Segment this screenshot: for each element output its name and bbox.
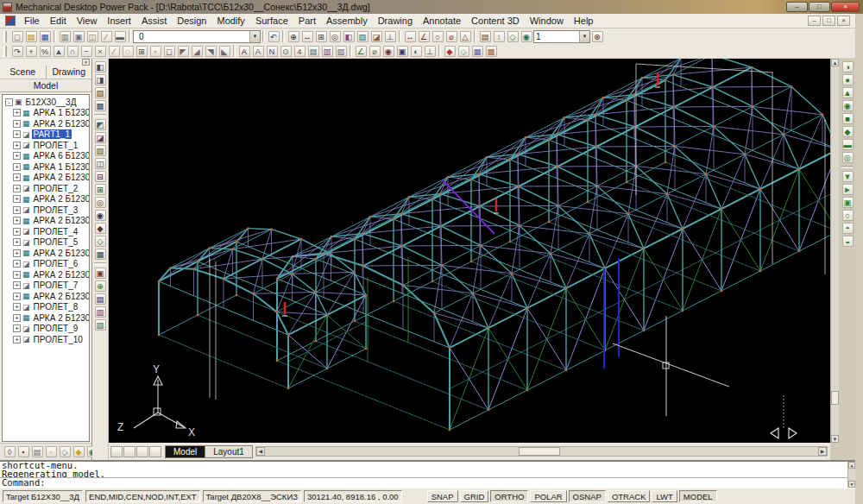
scrollbar-thumb[interactable] — [831, 391, 839, 405]
tree-expand-toggle[interactable]: + — [13, 130, 21, 138]
chevron-down-icon[interactable]: ▼ — [579, 31, 589, 42]
statistics-icon[interactable]: ◒ — [841, 235, 854, 248]
horizontal-scrollbar[interactable]: ◀ ▶ — [255, 446, 828, 457]
array-icon[interactable]: ⊞ — [135, 45, 148, 58]
stretch-icon[interactable]: ▫ — [148, 45, 162, 58]
status-toggle[interactable]: GRID — [460, 490, 489, 502]
tab-last-button[interactable] — [149, 446, 161, 457]
render-region-icon[interactable]: ● — [841, 73, 854, 86]
menu-item[interactable]: Modify — [211, 15, 249, 27]
layer-combo[interactable]: 0 ▼ — [133, 30, 261, 43]
scale-icon[interactable]: % — [38, 45, 52, 58]
power-recall-icon[interactable]: ⊗ — [590, 30, 604, 43]
tree-expand-toggle[interactable]: + — [13, 314, 21, 322]
options-icon[interactable]: ◇ — [58, 445, 72, 458]
dim-power-icon[interactable]: ∠ — [417, 30, 431, 43]
vertical-scrollbar[interactable]: ▲ ▼ — [830, 59, 839, 443]
extrude-icon[interactable]: ⊞ — [93, 183, 107, 196]
tree-item[interactable]: + ▦ АРКА 2 Б1230_1 — [3, 118, 89, 129]
tree-item[interactable]: + ◪ ПРОЛЕТ_4 — [3, 226, 89, 237]
flat-shade-icon[interactable]: ▬ — [841, 138, 854, 151]
browser-tab[interactable]: Drawing — [47, 66, 92, 79]
gouraud-shade-icon[interactable]: ◆ — [841, 125, 854, 138]
tab-prev-button[interactable] — [123, 446, 135, 457]
menu-item[interactable]: Content 3D — [466, 15, 525, 27]
sheet-icon[interactable]: ▤ — [306, 45, 320, 58]
pattern-icon[interactable]: ▦ — [93, 248, 107, 261]
menu-item[interactable]: Assembly — [321, 15, 373, 27]
extend-icon[interactable]: × — [93, 45, 107, 58]
save-icon[interactable]: ▦ — [38, 30, 52, 43]
tree-item[interactable]: + ▦ АРКА 2 Б1230_4 — [3, 216, 89, 227]
chamfer-icon[interactable]: − — [79, 45, 93, 58]
lights-icon[interactable]: ▦ — [470, 45, 484, 58]
hatch-icon[interactable]: ▨ — [334, 45, 348, 58]
scroll-down-icon[interactable]: ▼ — [831, 435, 839, 443]
camera-icon[interactable]: ⊥ — [423, 45, 437, 58]
constraint-icon[interactable]: ⊟ — [93, 170, 107, 183]
match-properties-icon[interactable]: ∕ — [99, 30, 113, 43]
tab-model[interactable]: Model — [165, 445, 205, 458]
mirror-icon[interactable]: ▲ — [52, 45, 66, 58]
zoom-object-icon[interactable]: ⊙ — [279, 45, 293, 58]
dim-horizontal-icon[interactable]: ↔ — [403, 30, 417, 43]
dim-style-icon[interactable]: ↕ — [492, 30, 506, 43]
tree-expand-toggle[interactable]: + — [13, 142, 21, 149]
menu-item[interactable]: View — [72, 15, 103, 27]
properties-icon[interactable]: ◧ — [342, 30, 356, 43]
tree-item[interactable]: + ▦ АРКА 2 Б1230_6 — [3, 248, 89, 259]
clipboard-icon[interactable]: ▤ — [30, 445, 44, 458]
tree-expand-toggle[interactable]: + — [13, 206, 21, 214]
tree-item[interactable]: + ◪ ПРОЛЕТ_5 — [3, 237, 89, 249]
close-button[interactable]: × — [831, 2, 860, 12]
tree-expand-toggle[interactable]: + — [13, 260, 21, 268]
tree-item[interactable]: + ◪ ПРОЛЕТ_7 — [3, 280, 89, 292]
scene-icon[interactable]: ► — [841, 183, 854, 196]
wireframe-icon[interactable]: ◎ — [841, 151, 854, 164]
offset-icon[interactable]: ◌ — [121, 45, 135, 58]
scroll-up-icon[interactable]: ▲ — [831, 59, 839, 66]
tree-expand-toggle[interactable]: + — [13, 293, 21, 300]
tree-expand-toggle[interactable]: + — [13, 303, 21, 311]
menu-item[interactable]: Part — [293, 15, 321, 27]
ucs-dialog-icon[interactable]: ⊥ — [383, 30, 397, 43]
scale-combo[interactable]: 1 ▼ — [533, 30, 590, 43]
model-tree-header[interactable]: Model — [0, 79, 91, 92]
status-toggle[interactable]: LWT — [652, 490, 677, 502]
menu-item[interactable]: Window — [525, 15, 569, 27]
status-toggle[interactable]: POLAR — [530, 490, 566, 502]
tree-item[interactable]: + ▦ АРКА 1 Б1230_2 — [3, 161, 89, 173]
print-icon[interactable]: ▬ — [113, 30, 127, 43]
tree-item[interactable]: + ◪ ПРОЛЕТ_9 — [3, 324, 89, 335]
coordinates-readout[interactable]: 30121.40, 8918.16 , 0.00 — [304, 490, 402, 502]
surface-icon[interactable]: ▤ — [93, 293, 107, 306]
tree-item[interactable]: + ◪ ПРОЛЕТ_2 — [3, 183, 89, 194]
tree-item[interactable]: + ◪ PART1_1 — [3, 129, 89, 141]
status-toggle[interactable]: OTRACK — [608, 490, 651, 502]
view-top-icon[interactable]: ⌀ — [368, 45, 381, 58]
menu-item[interactable]: Annotate — [418, 15, 466, 27]
tree-expand-toggle[interactable]: + — [13, 163, 21, 171]
tree-expand-toggle[interactable]: + — [13, 152, 21, 160]
tree-expand-toggle[interactable]: + — [13, 195, 21, 203]
hide-icon[interactable]: ■ — [841, 112, 854, 125]
tab-next-button[interactable] — [136, 446, 148, 457]
trim-icon[interactable]: ∕ — [107, 45, 121, 58]
redraw-icon[interactable]: ▪ — [16, 445, 30, 458]
tree-expand-toggle[interactable]: + — [13, 120, 21, 128]
tree-expand-toggle[interactable]: - — [5, 98, 13, 106]
highlight-icon[interactable]: ◆ — [72, 445, 85, 458]
erase-browser-icon[interactable]: ◊ — [3, 445, 16, 458]
plot-preview-icon[interactable]: ▥ — [58, 30, 72, 43]
view-front-icon[interactable]: ∠ — [354, 45, 368, 58]
material-icon[interactable]: ▣ — [841, 196, 854, 209]
menu-item[interactable]: Assist — [136, 15, 172, 27]
chart-icon[interactable]: ▥ — [320, 45, 334, 58]
tool-palettes-icon[interactable]: ◪ — [369, 30, 383, 43]
text-icon[interactable]: A — [237, 45, 251, 58]
open-icon[interactable]: ▤ — [24, 30, 38, 43]
background-icon[interactable]: ▩ — [484, 45, 498, 58]
command-window[interactable]: shortcut-menu. Regenerating model. Comma… — [0, 460, 855, 488]
tree-item[interactable]: + ◪ ПРОЛЕТ_10 — [3, 334, 89, 345]
table-icon[interactable]: 4 — [293, 45, 306, 58]
